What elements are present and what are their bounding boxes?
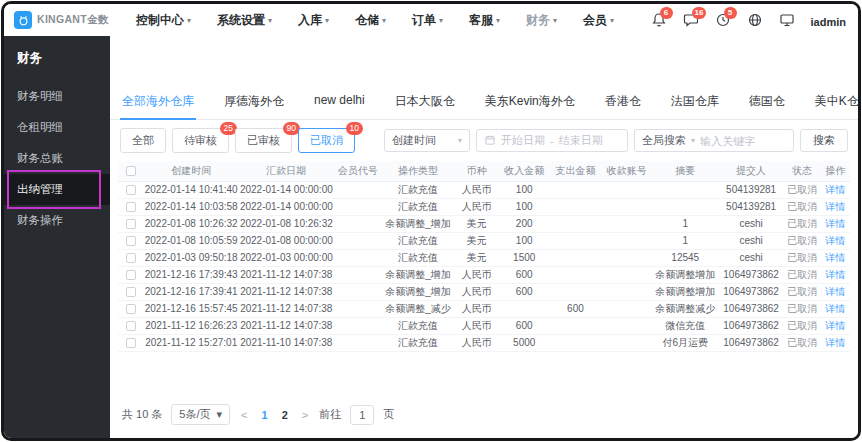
detail-link[interactable]: 详情 xyxy=(825,337,845,348)
search-button[interactable]: 搜索 xyxy=(800,129,848,152)
warehouse-tab[interactable]: 美东Kevin海外仓 xyxy=(483,93,577,119)
filter-chip[interactable]: 已审核90 xyxy=(235,128,292,153)
nav-item[interactable]: 控制中心▾ xyxy=(136,12,191,29)
calendar-icon xyxy=(484,134,496,148)
keyword-input[interactable] xyxy=(700,135,770,147)
filter-chip[interactable]: 全部 xyxy=(120,128,166,153)
action-cell: 详情 xyxy=(821,266,850,283)
filter-chip[interactable]: 待审核25 xyxy=(172,128,229,153)
column-header: 会员代号 xyxy=(334,161,382,181)
warehouse-tab[interactable]: 德国仓 xyxy=(747,93,787,119)
next-page-button[interactable]: > xyxy=(300,409,310,421)
date-end-placeholder: 结束日期 xyxy=(559,133,603,148)
search-field-select[interactable]: 全局搜索 ▾ xyxy=(634,129,794,152)
clock-icon[interactable]: 5 xyxy=(715,12,732,29)
nav-item[interactable]: 入库▾ xyxy=(298,12,329,29)
message-icon[interactable]: 16 xyxy=(683,12,700,29)
row-checkbox[interactable] xyxy=(126,253,136,263)
bell-icon[interactable]: 6 xyxy=(651,12,668,29)
chevron-down-icon: ▾ xyxy=(382,16,386,25)
count-badge: 10 xyxy=(346,122,363,135)
warehouse-tab[interactable]: 厚德海外仓 xyxy=(222,93,286,119)
nav-item-label: 仓储 xyxy=(355,12,379,29)
table-row: 2022-01-14 10:41:402022-01-14 00:00:00汇款… xyxy=(118,181,850,198)
page-number[interactable]: 1 xyxy=(259,409,271,421)
row-checkbox[interactable] xyxy=(126,202,136,212)
table-cell: 汇款充值 xyxy=(382,334,455,351)
chevron-down-icon: ▾ xyxy=(553,16,557,25)
detail-link[interactable]: 详情 xyxy=(825,320,845,331)
row-checkbox[interactable] xyxy=(126,321,136,331)
sidebar-item-label: 仓租明细 xyxy=(17,121,63,133)
detail-link[interactable]: 详情 xyxy=(825,201,845,212)
table-cell xyxy=(601,317,652,334)
warehouse-tab[interactable]: 日本大阪仓 xyxy=(393,93,457,119)
row-checkbox[interactable] xyxy=(126,338,136,348)
table-cell: 600 xyxy=(499,266,550,283)
monitor-icon[interactable] xyxy=(779,12,796,29)
time-field-select[interactable]: 创建时间 ▾ xyxy=(384,129,470,152)
detail-link[interactable]: 详情 xyxy=(825,252,845,263)
detail-link[interactable]: 详情 xyxy=(825,269,845,280)
globe-icon[interactable] xyxy=(747,12,764,29)
table-cell: 2022-01-08 00:00:00 xyxy=(239,232,334,249)
date-range-picker[interactable]: 开始日期 - 结束日期 xyxy=(476,129,628,152)
table-cell: 余额调整增加 xyxy=(652,266,718,283)
table-cell xyxy=(550,249,601,266)
row-checkbox[interactable] xyxy=(126,287,136,297)
goto-page-input[interactable] xyxy=(350,405,374,425)
table-cell: 2022-01-14 10:41:40 xyxy=(144,181,239,198)
warehouse-tab[interactable]: 美中K仓 xyxy=(813,93,861,119)
page-size-select[interactable]: 5条/页 ▾ xyxy=(171,404,230,425)
column-header: 提交人 xyxy=(718,161,784,181)
sidebar-item[interactable]: 财务总账 xyxy=(4,143,110,174)
detail-link[interactable]: 详情 xyxy=(825,218,845,229)
sidebar-item[interactable]: 财务明细 xyxy=(4,81,110,112)
status-filter-chips: 全部待审核25已审核90已取消10 xyxy=(120,128,355,153)
action-cell: 详情 xyxy=(821,181,850,198)
row-checkbox[interactable] xyxy=(126,219,136,229)
sidebar-item[interactable]: 仓租明细 xyxy=(4,112,110,143)
row-checkbox[interactable] xyxy=(126,185,136,195)
warehouse-tab[interactable]: 香港仓 xyxy=(603,93,643,119)
table-row: 2022-01-14 10:03:582022-01-14 00:00:00汇款… xyxy=(118,198,850,215)
nav-item[interactable]: 财务▾ xyxy=(526,12,557,29)
warehouse-tab[interactable]: new delhi xyxy=(312,93,367,119)
detail-link[interactable]: 详情 xyxy=(825,286,845,297)
nav-item[interactable]: 仓储▾ xyxy=(355,12,386,29)
table-row: 2022-01-08 10:26:322022-01-08 10:26:32余额… xyxy=(118,215,850,232)
select-all-checkbox[interactable] xyxy=(126,166,136,176)
row-select-cell xyxy=(118,215,144,232)
nav-item[interactable]: 会员▾ xyxy=(583,12,614,29)
row-checkbox[interactable] xyxy=(126,270,136,280)
nav-item[interactable]: 订单▾ xyxy=(412,12,443,29)
nav-item[interactable]: 客服▾ xyxy=(469,12,500,29)
row-checkbox[interactable] xyxy=(126,304,136,314)
detail-link[interactable]: 详情 xyxy=(825,235,845,246)
table-row: 2022-01-08 10:05:592022-01-08 00:00:00汇款… xyxy=(118,232,850,249)
table-cell: 已取消 xyxy=(784,334,821,351)
date-separator: - xyxy=(550,135,554,147)
sidebar-item[interactable]: 财务操作 xyxy=(4,205,110,236)
chevron-down-icon: ▾ xyxy=(458,136,462,145)
table-cell xyxy=(601,249,652,266)
current-user[interactable]: iadmin xyxy=(811,16,846,28)
detail-link[interactable]: 详情 xyxy=(825,303,845,314)
row-checkbox[interactable] xyxy=(126,236,136,246)
table-cell: 2021-11-12 15:27:01 xyxy=(144,334,239,351)
topnav-items: 控制中心▾系统设置▾入库▾仓储▾订单▾客服▾财务▾会员▾ xyxy=(136,12,614,29)
warehouse-tab[interactable]: 全部海外仓库 xyxy=(120,93,196,119)
detail-link[interactable]: 详情 xyxy=(825,184,845,195)
prev-page-button[interactable]: < xyxy=(239,409,249,421)
table-cell xyxy=(601,300,652,317)
table-cell xyxy=(550,283,601,300)
page-number[interactable]: 2 xyxy=(279,409,291,421)
column-header: 收款账号 xyxy=(601,161,652,181)
clock-badge: 5 xyxy=(724,7,737,19)
nav-item[interactable]: 系统设置▾ xyxy=(217,12,272,29)
sidebar: 财务 财务明细仓租明细财务总账出纳管理财务操作 xyxy=(4,36,110,438)
filter-chip[interactable]: 已取消10 xyxy=(298,128,355,153)
sidebar-item[interactable]: 出纳管理 xyxy=(4,174,110,205)
brand-logo[interactable]: KINGANT金数 xyxy=(14,11,122,29)
warehouse-tab[interactable]: 法国仓库 xyxy=(669,93,721,119)
